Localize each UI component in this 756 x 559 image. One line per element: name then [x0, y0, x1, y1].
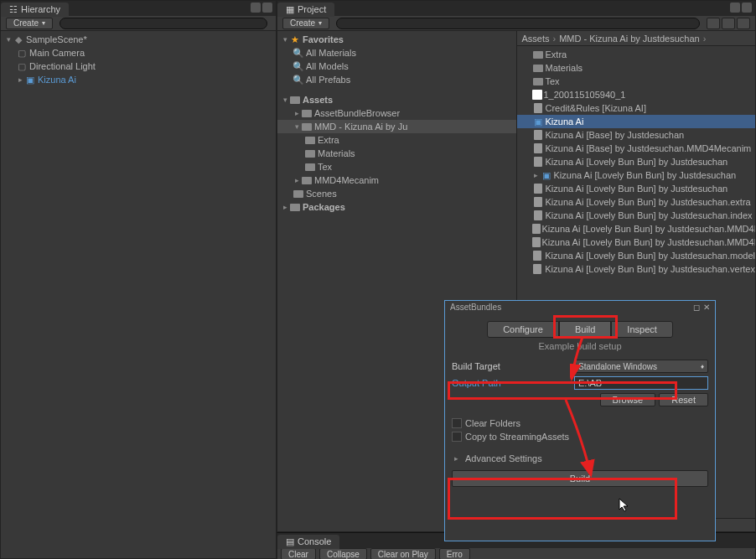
gameobject-row[interactable]: ▢ Main Camera	[1, 46, 276, 60]
filter-icon[interactable]	[722, 18, 735, 29]
advanced-label: Advanced Settings	[465, 453, 542, 463]
reset-button[interactable]: Reset	[659, 393, 708, 406]
file-label: Kizuna Ai [Base] by Justdesuchan.MMD4Mec…	[546, 143, 752, 153]
file-row[interactable]: Kizuna Ai [Lovely Bun Bun] by Justdesuch…	[517, 249, 756, 262]
hierarchy-title: Hierarchy	[21, 4, 60, 14]
close-icon[interactable]: ✕	[703, 303, 710, 312]
folder-row[interactable]: Materials	[277, 147, 516, 160]
foldout-icon[interactable]: ▸	[16, 75, 24, 84]
favorite-item[interactable]: 🔍All Models	[277, 60, 516, 73]
assetbundles-window: AssetBundles ◻ ✕ Configure Build Inspect…	[444, 300, 716, 541]
file-row[interactable]: Kizuna Ai [Lovely Bun Bun] by Justdesuch…	[517, 182, 756, 195]
favorite-item[interactable]: 🔍All Prefabs	[277, 73, 516, 86]
search-icon: 🔍	[293, 74, 304, 85]
build-target-label: Build Target	[452, 361, 569, 371]
assetbundles-titlebar[interactable]: AssetBundles ◻ ✕	[445, 301, 715, 313]
folder-icon	[301, 121, 313, 132]
folder-icon	[532, 49, 544, 60]
foldout-icon[interactable]: ▾	[4, 35, 13, 44]
foldout-icon[interactable]: ▸	[532, 171, 541, 179]
scene-row[interactable]: ▾ ◆ SampleScene*	[1, 33, 276, 46]
file-row[interactable]: Extra	[517, 48, 756, 61]
hierarchy-search[interactable]	[60, 18, 267, 29]
file-row[interactable]: 1_200115105940_1	[517, 88, 756, 101]
file-row[interactable]: Credit&Rules [Kizuna AI]	[517, 101, 756, 115]
maximize-icon[interactable]: ◻	[693, 303, 700, 312]
output-path-input[interactable]	[574, 376, 708, 390]
project-title: Project	[298, 4, 326, 14]
file-icon	[532, 250, 544, 261]
folder-row[interactable]: ▸MMD4Mecanim	[277, 173, 516, 187]
file-row[interactable]: Kizuna Ai [Lovely Bun Bun] by Justdesuch…	[517, 236, 756, 249]
prefab-icon: ▣	[532, 116, 544, 127]
favorites-row[interactable]: ▾★ Favorites	[277, 33, 516, 46]
hierarchy-tab[interactable]: ☷ Hierarchy	[1, 3, 69, 17]
folder-row[interactable]: ▾MMD - Kizuna Ai by Ju	[277, 120, 516, 133]
breadcrumb-item[interactable]: MMD - Kizuna Ai by Justdesuchan	[559, 34, 700, 44]
file-icon	[532, 142, 544, 154]
browse-button[interactable]: Browse	[600, 393, 656, 406]
output-path-label: Output Path	[452, 378, 569, 388]
tab-configure[interactable]: Configure	[487, 321, 559, 338]
file-row[interactable]: Kizuna Ai [Base] by Justdesuchan.MMD4Mec…	[517, 142, 756, 155]
folder-row[interactable]: Tex	[277, 160, 516, 173]
file-row[interactable]: Kizuna Ai [Lovely Bun Bun] by Justdesuch…	[517, 209, 756, 222]
error-button[interactable]: Erro	[439, 548, 470, 559]
file-row[interactable]: Kizuna Ai [Lovely Bun Bun] by Justdesuch…	[517, 155, 756, 168]
file-label: Tex	[546, 76, 560, 86]
assetbundles-title: AssetBundles	[450, 303, 501, 312]
folder-icon	[532, 75, 544, 87]
favorites-label: Favorites	[303, 34, 344, 44]
clear-folders-check[interactable]: Clear Folders	[452, 418, 708, 428]
file-row[interactable]: Kizuna Ai [Base] by Justdesuchan	[517, 128, 756, 142]
gameobject-row[interactable]: ▢ Directional Light	[1, 60, 276, 73]
panel-options[interactable]	[251, 3, 272, 13]
filter-icon[interactable]	[707, 18, 720, 29]
checkbox-icon[interactable]	[452, 418, 462, 428]
filter-icon[interactable]	[737, 18, 750, 29]
file-label: Kizuna Ai	[546, 116, 584, 127]
favorite-item[interactable]: 🔍All Materials	[277, 46, 516, 60]
folder-row[interactable]: Extra	[277, 133, 516, 147]
gameobject-icon: ▢	[16, 60, 28, 72]
file-label: Kizuna Ai [Lovely Bun Bun] by Justdesuch…	[546, 184, 728, 194]
collapse-button[interactable]: Collapse	[319, 548, 367, 559]
hierarchy-toolbar: Create▾	[1, 16, 276, 31]
file-row[interactable]: Kizuna Ai [Lovely Bun Bun] by Justdesuch…	[517, 222, 756, 236]
project-search[interactable]	[336, 18, 700, 29]
tab-build[interactable]: Build	[559, 321, 611, 338]
tab-inspect[interactable]: Inspect	[611, 321, 672, 338]
project-tab[interactable]: ▦ Project	[277, 3, 334, 17]
file-row[interactable]: Tex	[517, 75, 756, 88]
folder-row[interactable]: ▸AssetBundleBrowser	[277, 106, 516, 120]
file-label: Materials	[546, 63, 583, 73]
breadcrumb-item[interactable]: Assets	[522, 34, 550, 44]
build-button[interactable]: Build	[452, 470, 708, 487]
advanced-settings-foldout[interactable]: ▸ Advanced Settings	[452, 453, 708, 463]
packages-row[interactable]: ▸Packages	[277, 200, 516, 214]
clear-on-play-button[interactable]: Clear on Play	[370, 548, 436, 559]
folder-icon	[289, 94, 301, 106]
gameobject-row[interactable]: ▸ ▣ Kizuna Ai	[1, 73, 276, 86]
assets-row[interactable]: ▾Assets	[277, 93, 516, 106]
panel-options[interactable]	[730, 3, 752, 13]
console-tab[interactable]: ▤ Console	[277, 535, 339, 549]
create-button[interactable]: Create▾	[282, 18, 329, 29]
file-label: Kizuna Ai [Lovely Bun Bun] by Justdesuch…	[546, 197, 751, 207]
file-row[interactable]: Kizuna Ai [Lovely Bun Bun] by Justdesuch…	[517, 262, 756, 276]
copy-streaming-check[interactable]: Copy to StreamingAssets	[452, 432, 708, 442]
checkbox-icon[interactable]	[452, 432, 462, 442]
file-icon	[532, 263, 544, 275]
folder-row[interactable]: Scenes	[277, 187, 516, 200]
scene-icon: ◆	[13, 34, 24, 45]
file-row[interactable]: ▣Kizuna Ai	[517, 115, 756, 128]
file-row[interactable]: ▸▣Kizuna Ai [Lovely Bun Bun] by Justdesu…	[517, 168, 756, 182]
file-row[interactable]: Kizuna Ai [Lovely Bun Bun] by Justdesuch…	[517, 195, 756, 209]
file-row[interactable]: Materials	[517, 61, 756, 75]
assetbundles-tabs: Configure Build Inspect	[445, 321, 715, 338]
file-label: Extra	[546, 49, 567, 60]
clear-button[interactable]: Clear	[281, 548, 316, 559]
build-target-dropdown[interactable]: Standalone Windows♦	[574, 360, 708, 373]
create-button[interactable]: Create▾	[6, 18, 53, 29]
file-icon	[532, 236, 541, 248]
